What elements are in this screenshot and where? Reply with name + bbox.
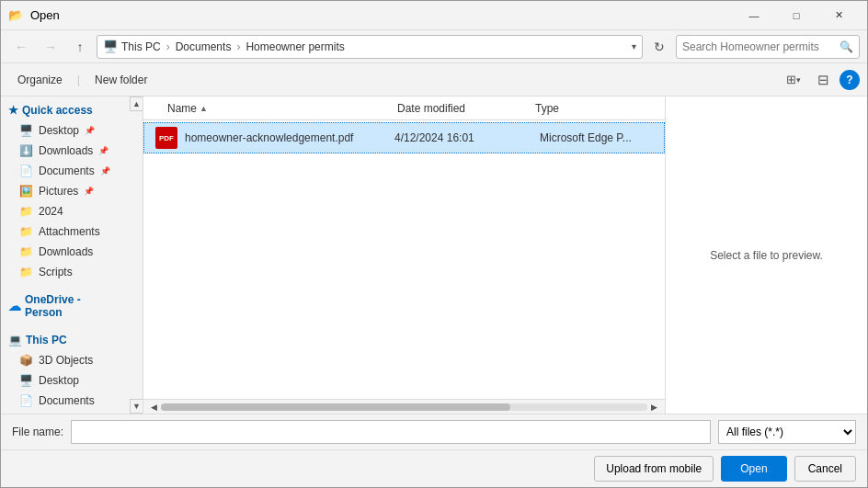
window-icon: 📂: [8, 8, 23, 23]
cancel-button[interactable]: Cancel: [794, 456, 856, 482]
close-button[interactable]: ✕: [817, 1, 860, 30]
sort-arrow-icon: ▲: [200, 104, 208, 113]
breadcrumb-homeowner[interactable]: Homeowner permits: [246, 40, 344, 53]
sidebar-item-desktop-pc[interactable]: 🖥️ Desktop: [1, 370, 128, 391]
search-input[interactable]: [682, 40, 836, 53]
file-name-bar: File name: All files (*.*) PDF files (*.…: [1, 414, 867, 449]
search-box: 🔍: [676, 35, 860, 59]
col-header-type[interactable]: Type: [535, 102, 654, 115]
refresh-button[interactable]: ↻: [646, 34, 672, 60]
sidebar-scroll-up[interactable]: ▲: [130, 96, 143, 111]
sidebar-item-downloads-folder[interactable]: 📁 Downloads: [1, 242, 128, 262]
help-button[interactable]: ?: [839, 70, 860, 90]
scroll-thumb[interactable]: [161, 403, 510, 411]
pictures-icon: 🖼️: [19, 185, 33, 198]
col-header-name[interactable]: Name ▲: [167, 102, 397, 115]
up-button[interactable]: ↑: [67, 34, 93, 60]
address-dropdown-icon[interactable]: ▾: [632, 41, 636, 51]
star-icon: ★: [8, 104, 18, 117]
folder-downloads-icon: 📁: [19, 245, 33, 258]
scroll-right-arrow[interactable]: ▶: [647, 403, 661, 412]
table-row[interactable]: PDF homeowner-acknowledgement.pdf 4/12/2…: [143, 122, 665, 153]
pdf-icon: PDF: [155, 127, 177, 149]
view-dropdown-icon: ▾: [796, 75, 801, 85]
folder-2024-icon: 📁: [19, 205, 33, 218]
preview-pane-button[interactable]: ⊟: [810, 67, 836, 93]
organize-button[interactable]: Organize: [8, 67, 72, 93]
window-title: Open: [30, 8, 60, 22]
desktop-pc-icon: 🖥️: [19, 374, 33, 387]
folder-scripts-icon: 📁: [19, 266, 33, 278]
this-pc-header: 💻 This PC: [1, 326, 128, 350]
scroll-left-arrow[interactable]: ◀: [147, 403, 161, 412]
file-type-select[interactable]: All files (*.*) PDF files (*.pdf): [718, 420, 856, 444]
desktop-icon: 🖥️: [19, 124, 33, 137]
search-icon: 🔍: [839, 40, 853, 53]
sidebar-scroll-down[interactable]: ▼: [130, 399, 143, 414]
view-options-button[interactable]: ⊞ ▾: [781, 67, 806, 93]
breadcrumb-this-pc[interactable]: This PC: [121, 40, 161, 53]
new-folder-button[interactable]: New folder: [86, 67, 156, 93]
preview-text: Select a file to preview.: [710, 249, 823, 262]
sidebar-item-2024[interactable]: 📁 2024: [1, 201, 128, 221]
quick-access-header: ★ Quick access: [1, 96, 128, 120]
horizontal-scrollbar: ◀ ▶: [143, 399, 665, 414]
file-type: Microsoft Edge P...: [540, 131, 653, 144]
col-header-date[interactable]: Date modified: [397, 102, 535, 115]
file-name-input[interactable]: [71, 420, 711, 444]
sidebar: ★ Quick access 🖥️ Desktop 📌 ⬇️ Downloads…: [1, 96, 143, 414]
action-bar: Upload from mobile Open Cancel: [1, 449, 867, 487]
sidebar-item-pictures[interactable]: 🖼️ Pictures 📌: [1, 181, 128, 201]
sidebar-item-downloads[interactable]: ⬇️ Downloads 📌: [1, 141, 128, 161]
sidebar-item-documents[interactable]: 📄 Documents 📌: [1, 161, 128, 181]
sidebar-item-3d-objects[interactable]: 📦 3D Objects: [1, 350, 128, 370]
upload-from-mobile-button[interactable]: Upload from mobile: [594, 456, 714, 482]
file-name-label: File name:: [12, 426, 63, 438]
file-list: PDF homeowner-acknowledgement.pdf 4/12/2…: [143, 120, 665, 399]
sidebar-item-scripts[interactable]: 📁 Scripts: [1, 262, 128, 282]
maximize-button[interactable]: □: [775, 1, 817, 30]
preview-area: Select a file to preview.: [665, 96, 867, 414]
file-name: homeowner-acknowledgement.pdf: [185, 131, 387, 144]
open-button[interactable]: Open: [721, 456, 786, 482]
view-grid-icon: ⊞: [786, 73, 796, 86]
address-bar: 🖥️ This PC › Documents › Homeowner permi…: [97, 35, 643, 59]
folder-attachments-icon: 📁: [19, 225, 33, 238]
onedrive-icon: ☁: [8, 299, 21, 313]
forward-button[interactable]: →: [38, 34, 63, 60]
this-pc-icon: 💻: [8, 334, 22, 346]
scroll-track[interactable]: [161, 403, 647, 411]
documents-icon: 📄: [19, 165, 33, 177]
minimize-button[interactable]: —: [733, 1, 775, 30]
file-area: Name ▲ Date modified Type PDF homeowner-…: [143, 96, 665, 414]
column-headers: Name ▲ Date modified Type: [143, 96, 665, 120]
breadcrumb-home-icon: 🖥️: [103, 40, 118, 53]
back-button[interactable]: ←: [8, 34, 34, 60]
sidebar-item-documents-pc[interactable]: 📄 Documents: [1, 391, 128, 411]
sidebar-item-attachments[interactable]: 📁 Attachments: [1, 221, 128, 242]
file-date: 4/12/2024 16:01: [394, 131, 532, 144]
sidebar-item-desktop[interactable]: 🖥️ Desktop 📌: [1, 120, 128, 141]
documents-pc-icon: 📄: [19, 394, 33, 407]
downloads-icon: ⬇️: [19, 144, 33, 157]
3d-objects-icon: 📦: [19, 354, 33, 367]
breadcrumb-documents[interactable]: Documents: [176, 40, 232, 53]
onedrive-header: ☁ OneDrive - Person: [1, 286, 128, 323]
